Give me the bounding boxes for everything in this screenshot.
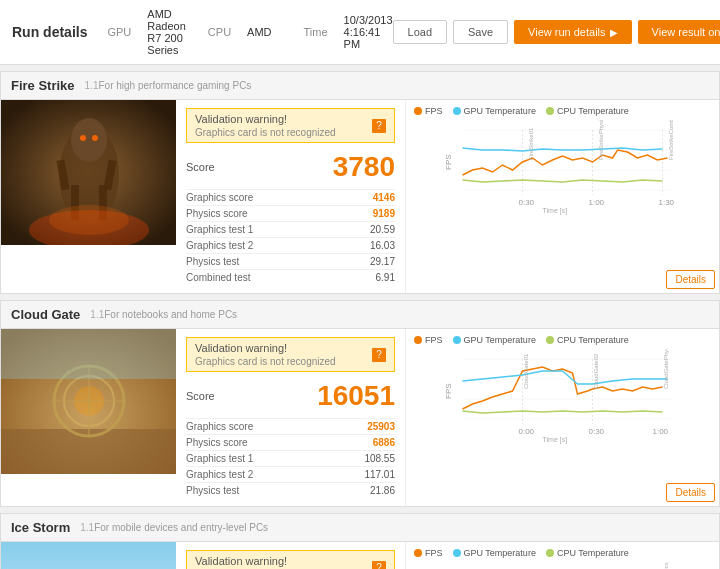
- svg-text:CloudGate01: CloudGate01: [523, 353, 529, 389]
- ice-storm-thumbnail: VMODTECH.COM: [1, 542, 176, 569]
- cloud-gate-detail-3: Graphics test 2 117.01: [186, 466, 395, 482]
- header-info: GPU AMD Radeon R7 200 Series CPU AMD Tim…: [107, 8, 392, 56]
- cloud-gate-score-row: Score 16051: [186, 380, 395, 412]
- svg-text:FireStrike01: FireStrike01: [528, 127, 534, 160]
- time-label: Time: [304, 26, 328, 38]
- svg-text:Time [s]: Time [s]: [543, 207, 568, 215]
- svg-text:FireStrikeCombined: FireStrikeCombined: [668, 120, 674, 160]
- fire-strike-warning-title: Validation warning!: [195, 113, 336, 125]
- fire-strike-thumbnail: [1, 100, 176, 293]
- gpu-label: GPU: [107, 26, 131, 38]
- svg-text:1:30: 1:30: [659, 198, 675, 207]
- cloud-gate-detail-0: Graphics score 25903: [186, 418, 395, 434]
- cloud-gate-detail-2: Graphics test 1 108.55: [186, 450, 395, 466]
- cpu-label: CPU: [208, 26, 231, 38]
- fire-strike-legend: FPS GPU Temperature CPU Temperature: [414, 106, 711, 116]
- cloud-gate-thumbnail: [1, 329, 176, 506]
- fire-strike-body: Validation warning! Graphics card is not…: [1, 100, 719, 293]
- load-button[interactable]: Load: [393, 20, 447, 44]
- gpu-temp-dot: [453, 107, 461, 115]
- ice-storm-badge: 1.1: [80, 522, 94, 533]
- cloud-gate-chart: FPS 0:00 0:30 1:00 Time [s]: [414, 349, 711, 449]
- save-button[interactable]: Save: [453, 20, 508, 44]
- svg-text:0:30: 0:30: [589, 427, 605, 436]
- ice-storm-warning-help-icon[interactable]: ?: [372, 561, 386, 570]
- ice-storm-warning: Validation warning! Graphics card is not…: [186, 550, 395, 569]
- svg-text:1:00: 1:00: [653, 427, 669, 436]
- fire-strike-score-value: 3780: [333, 151, 395, 183]
- cpu-value: AMD: [247, 26, 271, 38]
- gpu-value: AMD Radeon R7 200 Series: [147, 8, 186, 56]
- svg-rect-50: [1, 542, 176, 569]
- svg-point-7: [80, 135, 86, 141]
- fire-strike-chart-col: FPS GPU Temperature CPU Temperature FPS: [406, 100, 719, 293]
- cloud-gate-chart-col: FPS GPU Temperature CPU Temperature FPS: [406, 329, 719, 506]
- cloud-gate-details-button[interactable]: Details: [666, 483, 715, 502]
- run-details-header: Run details GPU AMD Radeon R7 200 Series…: [0, 0, 720, 65]
- fire-strike-header: Fire Strike 1.1 For high performance gam…: [1, 72, 719, 100]
- svg-point-10: [49, 205, 129, 235]
- fire-strike-warning-sub: Graphics card is not recognized: [195, 127, 336, 138]
- fire-strike-details-button[interactable]: Details: [666, 270, 715, 289]
- ice-storm-subtitle: For mobile devices and entry-level PCs: [94, 522, 709, 533]
- svg-text:CloudGatePhysics: CloudGatePhysics: [663, 349, 669, 389]
- cloud-gate-detail-4: Physics test 21.86: [186, 482, 395, 498]
- cloud-gate-section: Cloud Gate 1.1 For notebooks and home PC…: [0, 300, 720, 507]
- cloud-gate-score-label: Score: [186, 390, 215, 402]
- svg-text:CloudGate02: CloudGate02: [593, 353, 599, 389]
- ice-storm-chart: FPS 0:00 0:30 1:00 Time [s]: [414, 562, 711, 569]
- svg-text:FireStrikePhysics: FireStrikePhysics: [598, 120, 604, 160]
- ice-storm-title: Ice Storm: [11, 520, 70, 535]
- fire-strike-warning: Validation warning! Graphics card is not…: [186, 108, 395, 143]
- fire-strike-detail-5: Combined test 6.91: [186, 269, 395, 285]
- svg-point-2: [71, 118, 107, 162]
- cloud-gate-legend: FPS GPU Temperature CPU Temperature: [414, 335, 711, 345]
- fire-strike-badge: 1.1: [85, 80, 99, 91]
- svg-text:1:00: 1:00: [589, 198, 605, 207]
- fire-strike-detail-2: Graphics test 1 20.59: [186, 221, 395, 237]
- header-buttons: Load Save View run details ▶ View result…: [393, 20, 720, 44]
- fire-strike-chart: FPS 0:30: [414, 120, 711, 220]
- fire-strike-detail-0: Graphics score 4146: [186, 189, 395, 205]
- fire-strike-title: Fire Strike: [11, 78, 75, 93]
- fire-strike-detail-3: Graphics test 2 16.03: [186, 237, 395, 253]
- svg-text:FPS: FPS: [444, 383, 453, 399]
- fire-strike-score-row: Score 3780: [186, 151, 395, 183]
- cloud-gate-badge: 1.1: [90, 309, 104, 320]
- ice-storm-warning-title: Validation warning!: [195, 555, 336, 567]
- ice-storm-header: Ice Storm 1.1 For mobile devices and ent…: [1, 514, 719, 542]
- cloud-gate-warning-title: Validation warning!: [195, 342, 336, 354]
- view-run-button[interactable]: View run details ▶: [514, 20, 631, 44]
- ice-storm-body: VMODTECH.COM Validation warning! Graphic…: [1, 542, 719, 569]
- svg-point-8: [92, 135, 98, 141]
- ice-storm-section: Ice Storm 1.1 For mobile devices and ent…: [0, 513, 720, 569]
- gpu-temp-legend: GPU Temperature: [453, 106, 536, 116]
- svg-text:0:00: 0:00: [519, 427, 535, 436]
- warning-help-icon[interactable]: ?: [372, 119, 386, 133]
- cloud-gate-warning-help-icon[interactable]: ?: [372, 348, 386, 362]
- cloud-gate-subtitle: For notebooks and home PCs: [104, 309, 709, 320]
- cloud-gate-header: Cloud Gate 1.1 For notebooks and home PC…: [1, 301, 719, 329]
- view-result-button[interactable]: View result online ▶: [638, 20, 720, 44]
- ice-storm-chart-col: FPS GPU Temperature CPU Temperature FPS: [406, 542, 719, 569]
- cloud-gate-warning: Validation warning! Graphics card is not…: [186, 337, 395, 372]
- ice-storm-validation: Validation warning! Graphics card is not…: [176, 542, 406, 569]
- cloud-gate-title: Cloud Gate: [11, 307, 80, 322]
- svg-text:0:30: 0:30: [519, 198, 535, 207]
- fire-strike-score-label: Score: [186, 161, 215, 173]
- svg-text:Time [s]: Time [s]: [543, 436, 568, 444]
- fps-dot: [414, 107, 422, 115]
- fire-strike-subtitle: For high performance gaming PCs: [99, 80, 710, 91]
- fire-strike-validation: Validation warning! Graphics card is not…: [176, 100, 406, 293]
- fire-strike-detail-1: Physics score 9189: [186, 205, 395, 221]
- cloud-gate-detail-1: Physics score 6886: [186, 434, 395, 450]
- fps-legend: FPS: [414, 106, 443, 116]
- cloud-gate-validation: Validation warning! Graphics card is not…: [176, 329, 406, 506]
- ice-storm-legend: FPS GPU Temperature CPU Temperature: [414, 548, 711, 558]
- time-value: 10/3/2013 4:16:41 PM: [344, 14, 393, 50]
- svg-text:FPS: FPS: [444, 154, 453, 170]
- cloud-gate-warning-sub: Graphics card is not recognized: [195, 356, 336, 367]
- cloud-gate-score-value: 16051: [317, 380, 395, 412]
- page-title: Run details: [12, 24, 87, 40]
- cpu-temp-legend: CPU Temperature: [546, 106, 629, 116]
